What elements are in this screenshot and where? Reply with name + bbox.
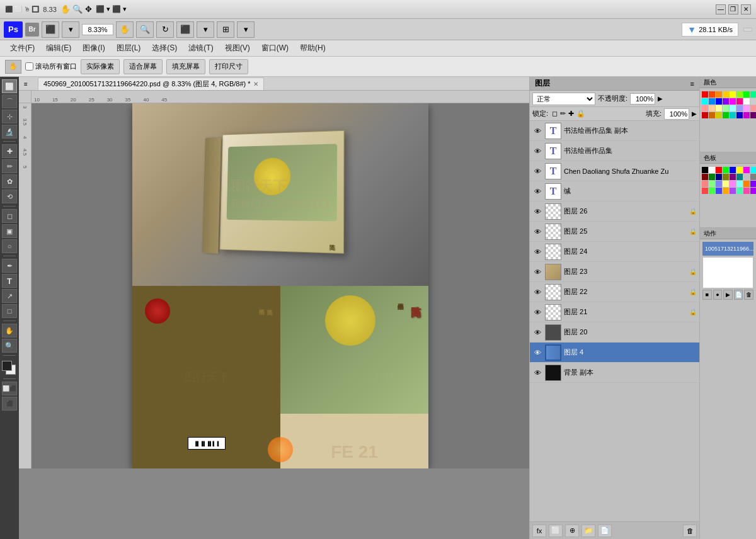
layer-visibility-toggle[interactable]: 👁	[532, 146, 542, 156]
panel-menu-btn[interactable]: ≡	[690, 80, 694, 88]
close-button[interactable]: ✕	[741, 4, 751, 14]
swatch-cell[interactable]	[709, 167, 715, 173]
tool-marquee[interactable]: ⬜	[2, 79, 17, 93]
color-cell[interactable]	[730, 98, 736, 105]
menu-select[interactable]: 选择(S)	[147, 42, 182, 55]
color-cell[interactable]	[702, 105, 708, 111]
toolbar-icon-2[interactable]: ▾	[62, 21, 79, 38]
color-cell[interactable]	[743, 98, 750, 105]
color-cell[interactable]	[750, 98, 756, 105]
toolbar-layout-2[interactable]: ▾	[197, 21, 214, 38]
layer-visibility-toggle[interactable]: 👁	[532, 348, 542, 358]
menu-file[interactable]: 文件(F)	[5, 42, 40, 55]
swatch-cell[interactable]	[716, 174, 722, 180]
color-cell[interactable]	[730, 105, 736, 111]
tool-text[interactable]: T	[2, 274, 17, 288]
layer-item[interactable]: 👁图层 25🔒	[530, 222, 699, 242]
layer-visibility-toggle[interactable]: 👁	[532, 368, 542, 378]
add-mask-btn[interactable]: ⬜	[549, 525, 563, 537]
swatch-cell[interactable]	[730, 167, 736, 173]
menu-filter[interactable]: 滤镜(T)	[183, 42, 218, 55]
delete-layer-btn[interactable]: 🗑	[683, 525, 697, 537]
tool-brush[interactable]: ✏	[2, 159, 17, 173]
hand-tool-icon[interactable]: ✋	[5, 60, 21, 74]
layer-item[interactable]: 👁图层 4	[530, 343, 699, 363]
color-cell[interactable]	[730, 112, 736, 118]
action-item-1[interactable]: 10051713211966...	[702, 242, 753, 256]
layer-item[interactable]: 👁图层 26🔒	[530, 201, 699, 222]
layer-item[interactable]: 👁T缄	[530, 181, 699, 201]
new-group-btn[interactable]: 📁	[581, 525, 595, 537]
menu-layer[interactable]: 图层(L)	[112, 42, 146, 55]
layer-item[interactable]: 👁T书法绘画作品集 副本	[530, 121, 699, 141]
color-cell[interactable]	[736, 112, 743, 118]
toolbar-hand-tool[interactable]: ✋	[116, 21, 134, 38]
print-size-button[interactable]: 打印尺寸	[209, 59, 248, 74]
color-swatches[interactable]	[2, 361, 17, 376]
fit-screen-button[interactable]: 适合屏幕	[123, 59, 163, 74]
color-cell[interactable]	[716, 112, 722, 118]
menu-view[interactable]: 视图(V)	[220, 42, 255, 55]
zoom-display[interactable]: 8.33%	[82, 24, 113, 35]
scroll-all-label[interactable]: 滚动所有窗口	[25, 62, 77, 71]
tool-screen[interactable]: ⬛	[2, 397, 17, 411]
lock-all-icon[interactable]: 🔒	[576, 110, 585, 118]
workspace-selector[interactable]	[743, 28, 752, 31]
layer-visibility-toggle[interactable]: 👁	[532, 207, 542, 217]
menu-edit[interactable]: 编辑(E)	[41, 42, 76, 55]
color-cell[interactable]	[709, 105, 715, 111]
menu-help[interactable]: 帮助(H)	[295, 42, 331, 55]
tool-hand[interactable]: ✋	[2, 324, 17, 338]
layer-visibility-toggle[interactable]: 👁	[532, 166, 542, 176]
toolbar-icon-1[interactable]: ⬛	[42, 21, 59, 38]
tool-clone[interactable]: ✿	[2, 174, 17, 188]
swatch-cell[interactable]	[750, 174, 756, 180]
layer-item[interactable]: 👁背景 副本	[530, 363, 699, 383]
layer-visibility-toggle[interactable]: 👁	[532, 287, 542, 297]
color-cell[interactable]	[730, 91, 736, 98]
minimize-button[interactable]: —	[716, 4, 726, 14]
color-cell[interactable]	[716, 105, 722, 111]
menu-window[interactable]: 窗口(W)	[256, 42, 294, 55]
swatch-cell[interactable]	[702, 174, 708, 180]
restore-button[interactable]: ❐	[728, 4, 738, 14]
tool-crop[interactable]: ⊹	[2, 110, 17, 123]
swatch-cell[interactable]	[750, 167, 756, 173]
swatch-cell[interactable]	[736, 167, 743, 173]
layer-item[interactable]: 👁图层 22🔒	[530, 282, 699, 302]
tool-dodge[interactable]: ○	[2, 239, 17, 253]
color-cell[interactable]	[723, 91, 729, 98]
swatch-cell[interactable]	[723, 174, 729, 180]
layer-item[interactable]: 👁TChen Daoliang Shufa Zhuanke Zu	[530, 161, 699, 181]
layer-item[interactable]: 👁T书法绘画作品集	[530, 141, 699, 161]
layer-visibility-toggle[interactable]: 👁	[532, 247, 542, 257]
swatch-cell[interactable]	[702, 188, 708, 194]
fill-arrow[interactable]: ▶	[692, 110, 697, 117]
lock-transparent-icon[interactable]: ◻	[552, 110, 558, 118]
swatch-cell[interactable]	[750, 188, 756, 194]
color-cell[interactable]	[723, 112, 729, 118]
action-new-btn[interactable]: 📄	[734, 290, 743, 300]
tool-path[interactable]: ↗	[2, 289, 17, 303]
lock-pixels-icon[interactable]: ✏	[560, 110, 566, 118]
canvas-content[interactable]: 陈道亮 图行天下PHOTOPHOTO	[32, 103, 529, 468]
layer-item[interactable]: 👁图层 24	[530, 242, 699, 262]
color-cell[interactable]	[750, 105, 756, 111]
tool-zoom[interactable]: 🔍	[2, 339, 17, 353]
layer-visibility-toggle[interactable]: 👁	[532, 227, 542, 237]
tool-shape[interactable]: □	[2, 304, 17, 318]
swatch-cell[interactable]	[736, 174, 743, 180]
new-fill-btn[interactable]: ⊕	[565, 525, 579, 537]
swatch-cell[interactable]	[730, 188, 736, 194]
tool-eraser[interactable]: ◻	[2, 209, 17, 223]
tab-close-button[interactable]: ✕	[253, 81, 258, 88]
layer-item[interactable]: 👁图层 20	[530, 322, 699, 343]
swatch-cell[interactable]	[750, 181, 756, 187]
color-cell[interactable]	[709, 91, 715, 98]
add-style-btn[interactable]: fx	[532, 525, 546, 537]
tool-pen[interactable]: ✒	[2, 259, 17, 273]
layer-visibility-toggle[interactable]: 👁	[532, 327, 542, 338]
swatch-cell[interactable]	[730, 181, 736, 187]
toolbar-grid-2[interactable]: ▾	[237, 21, 255, 38]
color-cell[interactable]	[743, 105, 750, 111]
